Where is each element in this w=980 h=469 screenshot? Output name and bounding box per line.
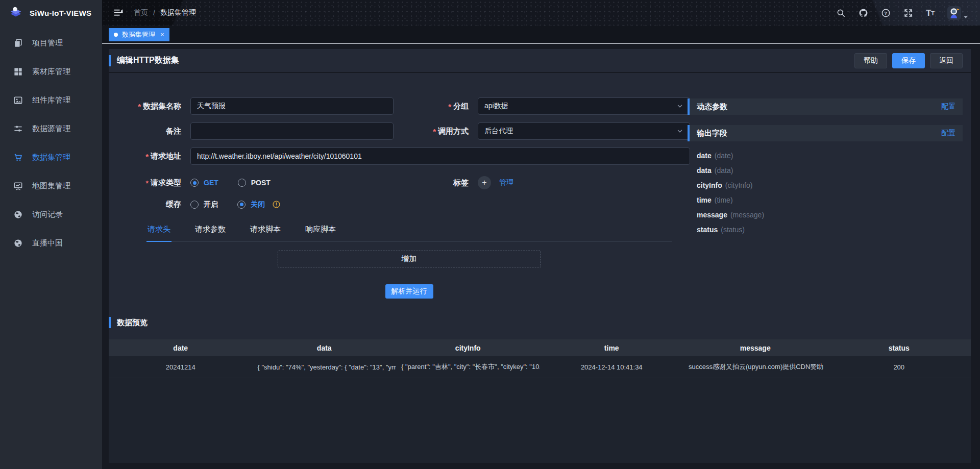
active-dot-icon xyxy=(114,33,118,37)
remark-input[interactable] xyxy=(197,127,387,135)
tab-request-params[interactable]: 请求参数 xyxy=(194,221,227,241)
required-asterisk: * xyxy=(433,127,436,136)
form-row: 备注 * 调用方式 后台代理 xyxy=(109,122,672,140)
sidebar-item-dataset[interactable]: 数据集管理 xyxy=(0,143,102,171)
sidebar-item-label: 直播中国 xyxy=(32,238,63,248)
request-type-label: * 请求类型 xyxy=(109,178,181,188)
add-tag-button[interactable]: + xyxy=(478,176,491,189)
globe-icon xyxy=(13,210,23,219)
sidebar-item-components[interactable]: 组件库管理 xyxy=(0,86,102,114)
group-select[interactable]: api数据 xyxy=(478,97,690,115)
dataset-name-input[interactable] xyxy=(197,102,387,110)
cell-time: 2024-12-14 10:41:34 xyxy=(540,363,684,371)
font-size-icon[interactable]: TT xyxy=(926,9,935,17)
invoke-mode-selected-value: 后台代理 xyxy=(484,127,513,136)
font-size-small: T xyxy=(931,10,935,17)
cell-message: success感谢又拍云(upyun.com)提供CDN赞助 xyxy=(683,362,827,372)
group-label: * 分组 xyxy=(403,102,469,111)
search-icon[interactable] xyxy=(836,8,846,18)
output-field: message(message) xyxy=(697,211,963,219)
form-row: 缓存 开启 关闭 xyxy=(109,200,672,209)
sidebar-item-access-log[interactable]: 访问记录 xyxy=(0,200,102,229)
dynamic-params-header: 动态参数 配置 xyxy=(688,98,963,115)
breadcrumb-current: 数据集管理 xyxy=(160,8,196,17)
data-preview-section: 数据预览 date data cityInfo time message sta… xyxy=(109,317,971,463)
tab-response-script[interactable]: 响应脚本 xyxy=(304,221,337,241)
output-fields-title: 输出字段 xyxy=(697,129,727,138)
fullscreen-icon[interactable] xyxy=(903,8,913,18)
font-size-large: T xyxy=(926,9,931,17)
sliders-icon xyxy=(13,124,23,134)
preview-table-header: date data cityInfo time message status xyxy=(109,339,971,356)
save-button[interactable]: 保存 xyxy=(892,53,925,68)
tags-controls: + 管理 xyxy=(478,176,690,189)
sidebar-item-label: 数据集管理 xyxy=(32,153,70,162)
cache-warning-icon xyxy=(272,200,281,209)
column-header: data xyxy=(253,344,397,352)
invoke-mode-select[interactable]: 后台代理 xyxy=(478,122,690,140)
radio-unselected-icon xyxy=(238,179,246,187)
radio-cache-on[interactable]: 开启 xyxy=(190,200,218,209)
run-row: 解析并运行 xyxy=(146,284,672,299)
output-fields-header: 输出字段 配置 xyxy=(688,125,963,141)
cell-status: 200 xyxy=(827,363,971,371)
close-icon[interactable]: × xyxy=(160,31,164,38)
globe-icon xyxy=(13,238,23,248)
help-icon[interactable]: ? xyxy=(881,8,891,18)
svg-text:?: ? xyxy=(884,10,887,15)
form-row: * 数据集名称 * 分组 api数据 xyxy=(109,97,672,115)
sidebar-item-label: 访问记录 xyxy=(32,210,63,219)
column-header: message xyxy=(683,344,827,352)
user-menu[interactable] xyxy=(947,6,968,20)
radio-cache-off[interactable]: 关闭 xyxy=(237,200,265,209)
sidebar-item-datasource[interactable]: 数据源管理 xyxy=(0,114,102,143)
column-header: date xyxy=(109,344,253,352)
sidebar-item-project[interactable]: 项目管理 xyxy=(0,29,102,57)
radio-post[interactable]: POST xyxy=(238,179,271,187)
request-url-label: * 请求地址 xyxy=(109,152,181,161)
tab-request-headers[interactable]: 请求头 xyxy=(146,221,172,242)
request-url-input[interactable] xyxy=(197,152,683,160)
github-icon[interactable] xyxy=(859,8,868,18)
title-accent-bar xyxy=(109,55,111,66)
sidebar: SiWu-IoT-VIEWS 项目管理 素材库管理 组件库管理 数据源管理 数据… xyxy=(0,0,102,469)
sidebar-menu: 项目管理 素材库管理 组件库管理 数据源管理 数据集管理 地图集管理 xyxy=(0,26,102,257)
sidebar-item-mapset[interactable]: 地图集管理 xyxy=(0,171,102,200)
add-header-button[interactable]: 增加 xyxy=(278,251,541,267)
required-asterisk: * xyxy=(145,179,149,187)
tab-request-script[interactable]: 请求脚本 xyxy=(249,221,282,241)
brand-logo: SiWu-IoT-VIEWS xyxy=(0,0,102,26)
radio-unselected-icon xyxy=(190,201,199,209)
sidebar-item-assets[interactable]: 素材库管理 xyxy=(0,57,102,86)
output-fields-list: date(date) data(data) cityInfo(cityInfo)… xyxy=(688,152,963,234)
chevron-down-icon xyxy=(676,128,683,135)
back-button[interactable]: 返回 xyxy=(930,53,963,68)
preview-table: date data cityInfo time message status 2… xyxy=(109,339,971,463)
dataset-name-label: * 数据集名称 xyxy=(109,102,181,111)
breadcrumb-home[interactable]: 首页 xyxy=(134,8,148,17)
sidebar-collapse-icon[interactable] xyxy=(113,8,124,18)
sidebar-item-label: 项目管理 xyxy=(32,38,63,48)
column-header: time xyxy=(540,344,684,352)
help-button[interactable]: 帮助 xyxy=(854,53,887,68)
dynamic-params-config-link[interactable]: 配置 xyxy=(941,102,955,111)
radio-selected-icon xyxy=(190,179,199,187)
manage-tags-link[interactable]: 管理 xyxy=(499,178,513,187)
sidebar-item-label: 数据源管理 xyxy=(32,124,70,134)
cell-cityinfo: { "parent": "吉林", "city": "长春市", "cityke… xyxy=(396,362,540,372)
tab-label: 数据集管理 xyxy=(122,30,155,39)
form-row: * 请求地址 xyxy=(109,147,672,165)
output-fields-config-link[interactable]: 配置 xyxy=(941,129,955,138)
right-panel: 动态参数 配置 输出字段 配置 date(date) data(data) ci… xyxy=(688,73,963,317)
required-asterisk: * xyxy=(138,102,141,111)
output-field: cityInfo(cityInfo) xyxy=(697,181,963,189)
sidebar-item-live-china[interactable]: 直播中国 xyxy=(0,229,102,257)
add-row: 增加 xyxy=(146,251,672,267)
radio-get[interactable]: GET xyxy=(190,179,218,187)
required-asterisk: * xyxy=(448,102,451,111)
tab-dataset-management[interactable]: 数据集管理 × xyxy=(109,28,169,41)
parse-and-run-button[interactable]: 解析并运行 xyxy=(385,284,433,299)
avatar[interactable] xyxy=(947,6,961,20)
map-chart-icon xyxy=(13,181,23,191)
sidebar-item-label: 地图集管理 xyxy=(32,181,70,191)
